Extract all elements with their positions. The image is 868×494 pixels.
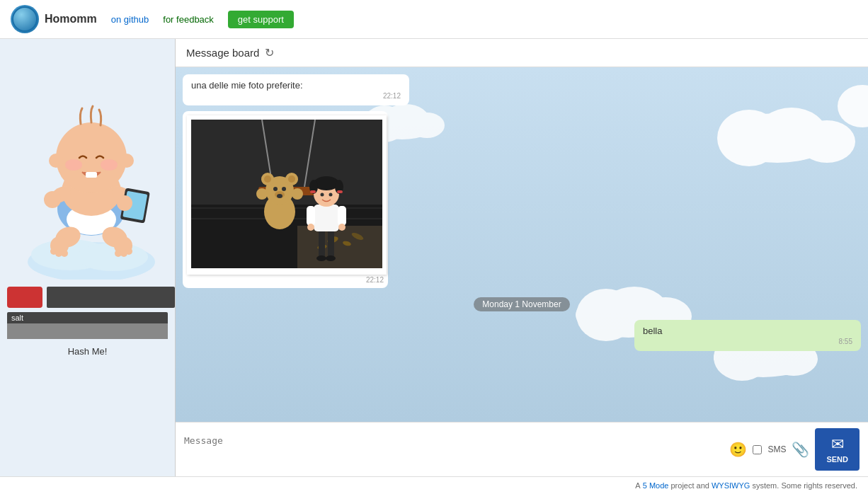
sms-checkbox[interactable]	[753, 445, 762, 454]
svg-point-83	[326, 255, 336, 261]
refresh-icon[interactable]: ↻	[265, 46, 274, 59]
get-support-button[interactable]: get support	[228, 11, 294, 28]
svg-point-14	[115, 250, 122, 257]
message-input[interactable]	[184, 435, 724, 464]
baby-illustration	[17, 53, 159, 280]
svg-point-26	[49, 154, 63, 168]
footer: A 5 Mode project and WYSIWYG system. Som…	[0, 476, 868, 494]
github-link[interactable]: on github	[111, 14, 149, 25]
svg-point-23	[65, 159, 82, 171]
photo-bubble: 22:12	[183, 111, 388, 288]
send-icon: ✉	[831, 435, 844, 454]
5mode-link[interactable]: 5 Mode	[643, 481, 669, 490]
feedback-link[interactable]: for feedback	[163, 14, 214, 25]
globe-icon	[12, 6, 38, 32]
hash-color-swatch	[7, 287, 42, 308]
svg-rect-85	[314, 205, 339, 231]
svg-point-96	[321, 193, 324, 197]
chat-area: una delle mie foto preferite: 22:12	[176, 67, 868, 422]
hash-input-row: Go	[7, 287, 168, 308]
send-button[interactable]: ✉ SEND	[815, 428, 860, 471]
footer-middle: project and	[670, 481, 709, 490]
feedback-word: feedback	[176, 14, 214, 25]
hash-section: Go salt Hash Me!	[7, 287, 168, 357]
app-name: Homomm	[45, 13, 97, 25]
sms-label: SMS	[767, 444, 786, 454]
wysiwyg-link[interactable]: WYSIWYG	[712, 481, 750, 490]
hash-text-input[interactable]	[47, 287, 175, 308]
svg-rect-95	[337, 190, 343, 193]
svg-point-2	[77, 243, 148, 271]
date-separator-text: Monday 1 November	[474, 297, 569, 311]
svg-point-27	[120, 154, 134, 168]
sidebar: Go salt Hash Me!	[0, 39, 176, 476]
app-logo	[11, 5, 39, 33]
message-text-1: una delle mie foto preferite:	[191, 80, 401, 91]
hash-me-label: Hash Me!	[68, 346, 108, 357]
svg-point-21	[117, 195, 132, 211]
emoji-button[interactable]: 🙂	[729, 441, 747, 458]
feedback-pre: for	[163, 14, 176, 25]
svg-point-79	[292, 188, 303, 200]
app-header: Homomm on github for feedback get suppor…	[0, 0, 868, 39]
photo-container	[187, 115, 387, 275]
svg-point-11	[61, 250, 68, 257]
svg-rect-86	[307, 206, 315, 226]
svg-point-22	[56, 122, 127, 193]
message-text-2: bella	[643, 326, 852, 336]
svg-point-24	[101, 159, 118, 171]
photo-time: 22:12	[187, 276, 384, 284]
svg-point-74	[273, 187, 278, 191]
message-time-1: 22:12	[191, 92, 401, 100]
salt-input[interactable]	[7, 323, 168, 339]
message-board-container: Message board ↻	[176, 39, 868, 476]
logo-area: Homomm	[11, 5, 97, 33]
messages-wrapper: una delle mie foto preferite: 22:12	[176, 67, 868, 364]
message-board-header: Message board ↻	[176, 39, 868, 67]
svg-point-77	[277, 194, 282, 198]
svg-point-17	[44, 191, 61, 208]
attach-button[interactable]: 📎	[792, 441, 809, 458]
svg-point-78	[256, 188, 268, 200]
svg-point-89	[338, 224, 346, 231]
message-bubble-1: una delle mie foto preferite: 22:12	[183, 74, 409, 105]
message-board-title: Message board	[186, 47, 259, 59]
svg-rect-80	[319, 229, 325, 258]
svg-point-73	[288, 176, 295, 183]
svg-rect-87	[338, 206, 346, 226]
salt-label: salt	[7, 312, 168, 323]
footer-text-a: A	[635, 481, 640, 490]
message-input-area: 🙂 SMS 📎 ✉ SEND	[176, 422, 868, 476]
send-label: SEND	[826, 455, 848, 464]
svg-point-82	[316, 255, 326, 261]
svg-rect-94	[310, 190, 316, 193]
svg-rect-60	[297, 226, 382, 268]
date-separator: Monday 1 November	[183, 299, 861, 309]
svg-rect-25	[86, 172, 97, 178]
message-time-2: 8:55	[643, 338, 852, 345]
svg-point-97	[329, 193, 333, 197]
svg-point-88	[307, 224, 314, 231]
svg-point-72	[264, 176, 271, 183]
svg-rect-81	[328, 229, 334, 258]
footer-end: system. Some rights reserved.	[752, 481, 857, 490]
svg-point-75	[282, 187, 286, 191]
main-layout: Go salt Hash Me! Message board ↻	[0, 39, 868, 476]
message-bubble-2: bella 8:55	[634, 320, 861, 351]
